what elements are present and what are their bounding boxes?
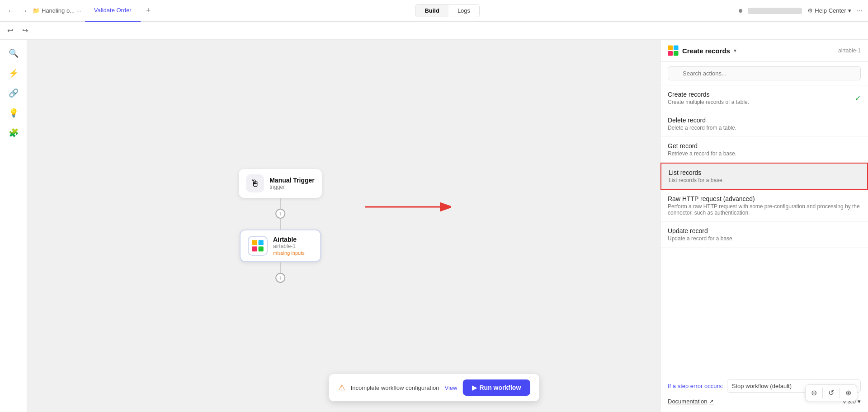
menu-item-title: Raw HTTP request (advanced)	[668, 195, 861, 202]
sidebar-item-integrations[interactable]: 🧩	[5, 125, 22, 141]
menu-item-get-record[interactable]: Get record Retrieve a record for a base.	[660, 137, 868, 163]
breadcrumb-text: Handling o...	[42, 7, 75, 14]
menu-list: Create records Create multiple records o…	[660, 85, 868, 372]
workflow-container: 🖱 Manual Trigger trigger +	[239, 169, 322, 283]
toolbar: ↩ ↪	[0, 22, 868, 40]
panel-search: 🔍	[660, 62, 868, 85]
notification-text: Incomplete workflow configuration	[351, 384, 439, 391]
warning-icon: ⚠	[338, 383, 345, 393]
add-node-button-bottom[interactable]: +	[275, 273, 285, 283]
documentation-link[interactable]: Documentation ↗	[668, 398, 714, 405]
sidebar-item-workflow[interactable]: 🔗	[5, 85, 22, 101]
reset-zoom-button[interactable]: ↺	[823, 385, 840, 401]
airtable-node-subtitle: airtable-1	[273, 243, 305, 249]
top-right: ⚙ Help Center ▾ ···	[739, 7, 863, 15]
top-bar: ← → 📁 Handling o... ··· Validate Order +…	[0, 0, 868, 22]
back-button[interactable]: ←	[5, 5, 16, 17]
menu-item-create-records[interactable]: Create records Create multiple records o…	[660, 85, 868, 111]
more-icon: ···	[76, 7, 81, 14]
svg-rect-6	[668, 45, 673, 50]
node-info: Manual Trigger trigger	[269, 177, 315, 190]
menu-item-delete-record[interactable]: Delete record Delete a record from a tab…	[660, 111, 868, 137]
node-subtitle: trigger	[269, 184, 315, 190]
zoom-controls: ⊖ ↺ ⊕	[805, 384, 857, 401]
panel-dropdown-icon[interactable]: ▾	[734, 47, 736, 54]
airtable-node-info: Airtable airtable-1 missing inputs	[273, 236, 305, 256]
panel-header-left: Create records ▾	[668, 45, 736, 56]
nav-section: ← → 📁 Handling o... ···	[5, 5, 81, 17]
run-workflow-button[interactable]: ▶ Run workflow	[463, 379, 530, 396]
airtable-node-title: Airtable	[273, 236, 305, 243]
tab-bar: Validate Order +	[85, 0, 156, 22]
menu-item-title: Update record	[668, 227, 861, 234]
connector-line	[280, 198, 281, 209]
view-link[interactable]: View	[445, 384, 458, 391]
run-label: Run workflow	[480, 384, 521, 391]
canvas: 🖱 Manual Trigger trigger +	[27, 40, 660, 412]
menu-item-desc: List records for a base.	[669, 177, 860, 183]
airtable-node[interactable]: Airtable airtable-1 missing inputs	[240, 229, 321, 262]
menu-item-title: Get record	[668, 142, 861, 150]
node-title: Manual Trigger	[269, 177, 315, 184]
svg-rect-9	[674, 51, 679, 56]
menu-item-raw-http[interactable]: Raw HTTP request (advanced) Perform a ra…	[660, 190, 868, 222]
svg-rect-7	[674, 45, 679, 50]
menu-item-desc: Create multiple records of a table.	[668, 99, 861, 105]
connector-line-3	[280, 262, 281, 273]
tab-validate-order[interactable]: Validate Order	[85, 0, 141, 22]
connector-top: +	[275, 198, 285, 229]
sidebar-item-search[interactable]: 🔍	[5, 45, 22, 61]
menu-item-desc: Retrieve a record for a base.	[668, 150, 861, 157]
sidebar-item-ideas[interactable]: 💡	[5, 105, 22, 121]
tab-add-button[interactable]: +	[141, 6, 156, 15]
build-logs-toggle: Build Logs	[415, 4, 480, 17]
user-info	[748, 8, 802, 14]
connector-line-2	[280, 219, 281, 229]
manual-trigger-node[interactable]: 🖱 Manual Trigger trigger	[239, 169, 322, 198]
panel-id: airtable-1	[838, 47, 861, 54]
menu-item-list-records[interactable]: List records List records for a base.	[660, 163, 868, 190]
main-layout: 🔍 ⚡ 🔗 💡 🧩 🖱 Manual Trigger trigger +	[0, 40, 868, 412]
folder-icon: 📁	[33, 7, 40, 14]
forward-button[interactable]: →	[19, 5, 30, 17]
right-panel: ◀ Create records ▾ airtable-1 🔍	[660, 40, 868, 412]
svg-rect-1	[258, 240, 263, 245]
undo-button[interactable]: ↩	[4, 23, 17, 37]
panel-title: Create records	[682, 47, 730, 55]
menu-item-update-record[interactable]: Update record Update a record for a base…	[660, 222, 868, 248]
menu-item-desc: Update a record for a base.	[668, 235, 861, 242]
menu-item-title: List records	[669, 169, 860, 176]
build-button[interactable]: Build	[415, 5, 448, 17]
center-controls: Build Logs	[160, 4, 735, 17]
menu-item-desc: Delete a record from a table.	[668, 125, 861, 131]
manual-trigger-icon: 🖱	[246, 174, 264, 192]
svg-rect-3	[258, 246, 263, 251]
error-label: If a step error occurs:	[668, 383, 723, 389]
action-search-input[interactable]	[668, 66, 861, 80]
zoom-out-button[interactable]: ⊖	[806, 385, 822, 401]
help-center-button[interactable]: ⚙ Help Center ▾	[807, 7, 851, 14]
add-node-button-top[interactable]: +	[275, 209, 285, 219]
gear-icon: ⚙	[807, 7, 813, 14]
search-wrapper: 🔍	[668, 66, 861, 80]
svg-rect-8	[668, 51, 673, 56]
svg-rect-2	[252, 246, 257, 251]
sidebar-item-trigger[interactable]: ⚡	[5, 65, 22, 81]
logs-button[interactable]: Logs	[448, 5, 479, 17]
connector-bottom: +	[275, 262, 285, 283]
zoom-in-button[interactable]: ⊕	[840, 385, 857, 401]
redo-button[interactable]: ↪	[19, 23, 32, 37]
left-sidebar: 🔍 ⚡ 🔗 💡 🧩	[0, 40, 27, 412]
more-options-button[interactable]: ···	[857, 7, 863, 15]
missing-inputs-badge: missing inputs	[273, 250, 305, 256]
version-dropdown-icon: ▾	[858, 398, 861, 405]
help-label: Help Center	[815, 7, 846, 14]
panel-header: Create records ▾ airtable-1	[660, 40, 868, 62]
menu-item-title: Create records	[668, 91, 861, 98]
svg-rect-0	[252, 240, 257, 245]
breadcrumb[interactable]: 📁 Handling o... ···	[33, 7, 81, 14]
run-icon: ▶	[472, 384, 477, 391]
check-icon: ✓	[855, 94, 861, 103]
panel-logo	[668, 45, 679, 56]
external-link-icon: ↗	[709, 398, 714, 405]
